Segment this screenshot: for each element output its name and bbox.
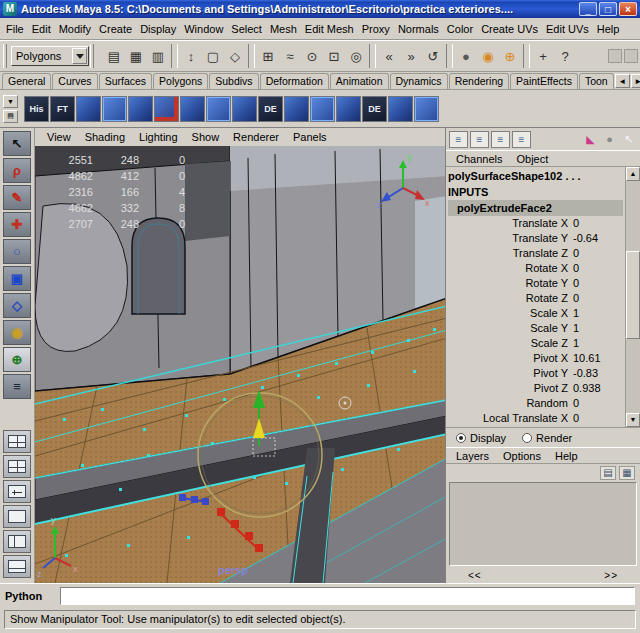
viewport-canvas[interactable]: y x z y z x persp [35,146,445,583]
shelf-icon-6[interactable] [180,96,205,122]
separator[interactable] [171,44,178,68]
menubar-item-7[interactable]: Mesh [266,21,301,37]
toolbar-grip[interactable] [3,44,7,68]
shelf-tab-7[interactable]: Dynamics [390,73,448,89]
command-language-label[interactable]: Python [5,590,55,602]
plus-icon[interactable]: + [532,45,554,67]
last-tool[interactable]: ≡ [3,374,31,399]
viewport-menu-item-1[interactable]: Shading [78,131,132,143]
channel-attr-value[interactable]: -0.64 [573,231,625,246]
menubar-item-13[interactable]: Edit UVs [542,21,593,37]
shelf-icon-14[interactable] [388,96,413,122]
channel-attr-value[interactable]: 1 [573,321,625,336]
shelf-icon-8[interactable] [232,96,257,122]
shelf-tab-9[interactable]: PaintEffects [510,73,578,89]
shelf-prev-icon[interactable]: ◄ [615,74,630,88]
layer-menu-item-2[interactable]: Help [549,450,584,462]
channel-attr-value[interactable]: 0 [573,216,625,231]
layer-menu-item-1[interactable]: Options [497,450,547,462]
menubar-item-11[interactable]: Color [443,21,477,37]
shelf-icon-11[interactable] [310,96,335,122]
menubar-item-3[interactable]: Create [95,21,136,37]
channel-attr-value[interactable]: 0 [573,246,625,261]
viewport-menu-item-0[interactable]: View [40,131,78,143]
shelf-icon-5[interactable] [154,96,179,122]
channel-attr-value[interactable]: 0 [573,261,625,276]
output-connections-icon[interactable]: » [400,45,422,67]
help-icon[interactable]: ? [554,45,576,67]
render-settings-icon[interactable]: ⊕ [499,45,521,67]
scrollbar-thumb[interactable] [626,251,640,339]
shelf-icon-1[interactable]: FT [50,96,75,122]
expand-collapse-layout-button[interactable] [3,480,31,503]
layout-preset-icon-1[interactable]: ≡ [449,131,468,148]
input-connections-icon[interactable]: « [378,45,400,67]
minimize-button[interactable]: _ [579,2,597,16]
shelf-icon-2[interactable] [76,96,101,122]
shelf-icon-10[interactable] [284,96,309,122]
rotate-tool[interactable]: ○ [3,239,31,264]
snap-to-view-plane-icon[interactable]: ⊡ [323,45,345,67]
shelf-tab-menu-icon[interactable]: ▼ [3,95,18,108]
toolbar-extra-button-2[interactable] [624,49,638,63]
toolbar-grip[interactable] [90,44,94,68]
scroll-down-icon[interactable]: ▼ [626,413,640,427]
save-scene-icon[interactable]: ▥ [147,45,169,67]
menubar-item-10[interactable]: Normals [394,21,443,37]
cursor-icon[interactable]: ↖ [620,131,637,148]
shelf-icon-0[interactable]: His [24,96,49,122]
channel-box-menu-item-0[interactable]: Channels [450,153,508,165]
shelf-icon-15[interactable] [414,96,439,122]
menubar-item-1[interactable]: Edit [28,21,55,37]
shape-node-name[interactable]: polySurfaceShape102 . . . [448,168,625,184]
shelf-icon-7[interactable] [206,96,231,122]
select-tool[interactable]: ↖ [3,131,31,156]
move-tool[interactable]: ✚ [3,212,31,237]
channel-attr-value[interactable]: 0 [573,291,625,306]
shelf-tab-0[interactable]: General [2,73,51,89]
sphere-icon[interactable]: ● [601,131,618,148]
single-view-layout-button[interactable] [3,505,31,528]
scrollbar-track[interactable] [626,181,640,413]
menubar-item-9[interactable]: Proxy [358,21,394,37]
layer-menu-item-0[interactable]: Layers [450,450,495,462]
pager-prev-button[interactable]: << [468,570,482,581]
menubar-item-4[interactable]: Display [136,21,180,37]
snap-to-point-icon[interactable]: ⊙ [301,45,323,67]
separator[interactable] [248,44,255,68]
layout-preset-icon-4[interactable]: ≡ [512,131,531,148]
shelf-tab-8[interactable]: Rendering [449,73,509,89]
menubar-item-5[interactable]: Window [180,21,227,37]
four-view-layout-button[interactable] [3,430,31,453]
shelf-tab-4[interactable]: Subdivs [209,73,258,89]
make-live-icon[interactable]: ◎ [345,45,367,67]
shelf-tab-5[interactable]: Deformation [260,73,329,89]
layout-preset-icon-3[interactable]: ≡ [491,131,510,148]
menubar-item-2[interactable]: Modify [55,21,95,37]
viewport-menu-item-3[interactable]: Show [185,131,227,143]
persp-graph-layout-button[interactable] [3,555,31,578]
shelf-tab-3[interactable]: Polygons [153,73,208,89]
shelf-icon-4[interactable] [128,96,153,122]
ipr-render-icon[interactable]: ◉ [477,45,499,67]
close-button[interactable]: × [619,2,637,16]
lasso-tool[interactable]: ρ [3,158,31,183]
shelf-icon-9[interactable]: DE [258,96,283,122]
new-scene-icon[interactable]: ▤ [103,45,125,67]
channel-attr-value[interactable]: -0.83 [573,366,625,381]
viewport-menu-item-4[interactable]: Renderer [226,131,286,143]
shelf-icon-3[interactable] [102,96,127,122]
shelf-icon-12[interactable] [336,96,361,122]
menubar-item-0[interactable]: File [2,21,28,37]
magenta-wedge-icon[interactable]: ◣ [582,131,599,148]
layout-preset-icon-2[interactable]: ≡ [470,131,489,148]
channel-attr-value[interactable]: 1 [573,336,625,351]
show-manipulator-tool[interactable]: ⊕ [3,347,31,372]
shelf-tab-1[interactable]: Curves [52,73,97,89]
scroll-up-icon[interactable]: ▲ [626,167,640,181]
pager-next-button[interactable]: >> [604,570,618,581]
snap-to-grid-icon[interactable]: ⊞ [257,45,279,67]
viewport-menu-item-5[interactable]: Panels [286,131,334,143]
channel-box-menu-item-1[interactable]: Object [510,153,554,165]
menubar-item-6[interactable]: Select [227,21,266,37]
